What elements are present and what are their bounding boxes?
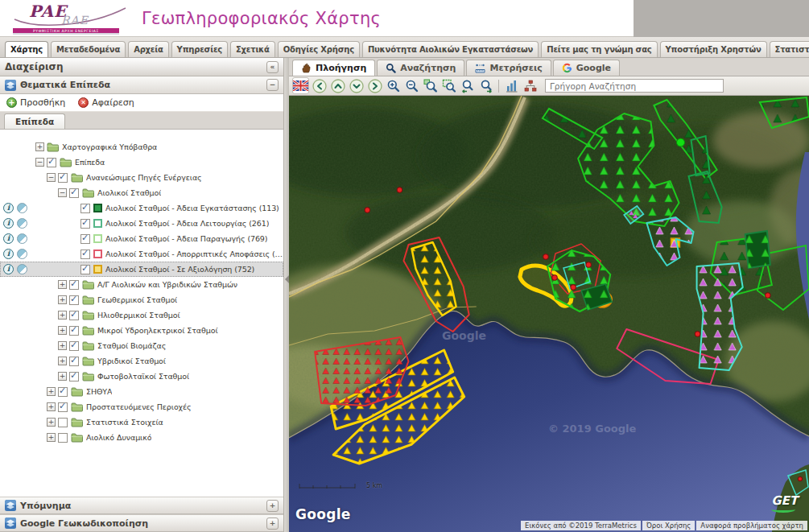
layer-transparency-icon[interactable]	[17, 218, 27, 229]
zoom-previous-icon[interactable]	[459, 77, 476, 94]
tree-row[interactable]: +Ηλιοθερμικοί Σταθμοί	[0, 307, 283, 323]
tree-expander[interactable]: +	[35, 142, 44, 151]
tree-row[interactable]: iΑιολικοί Σταθμοί - Άδεια Εγκατάστασης (…	[0, 200, 283, 216]
tree-expander[interactable]: +	[47, 387, 56, 396]
report-problem-link[interactable]: Αναφορά προβλήματος χάρτη	[696, 521, 807, 530]
tree-row[interactable]: +Γεωθερμικοί Σταθμοί	[0, 292, 283, 307]
satellite-map[interactable]	[289, 96, 809, 532]
pan-right-icon[interactable]	[366, 77, 383, 94]
nav-tab[interactable]: Υπηρεσίες	[171, 41, 228, 57]
layer-info-icon[interactable]: i	[3, 264, 14, 274]
full-extent-icon[interactable]	[440, 77, 457, 94]
layer-checkbox[interactable]	[80, 250, 90, 259]
layer-checkbox[interactable]	[69, 295, 79, 305]
nav-tab[interactable]: Στατιστικά Επισκεψιμότητας	[770, 41, 809, 57]
layer-checkbox[interactable]	[47, 158, 56, 167]
map-canvas[interactable]: 5 km Google © 2019 Google Google GET Εικ…	[289, 96, 809, 532]
transparency-icon[interactable]	[503, 77, 520, 94]
expand-panel-button[interactable]: +	[266, 518, 279, 530]
pan-left-icon[interactable]	[311, 77, 328, 94]
quick-search-input[interactable]	[545, 79, 724, 93]
layer-checkbox[interactable]	[69, 326, 79, 336]
tree-row[interactable]: +ΣΗΘΥΑ	[0, 384, 283, 399]
collapsed-panel[interactable]: Υπόμνημα+	[0, 497, 283, 514]
layer-transparency-icon[interactable]	[17, 249, 27, 259]
layer-checkbox[interactable]	[80, 234, 90, 244]
layer-checkbox[interactable]	[69, 188, 79, 198]
tree-expander[interactable]: +	[58, 326, 67, 335]
google-logo[interactable]: Google	[295, 506, 351, 522]
zoom-in-icon[interactable]	[385, 77, 402, 94]
layer-checkbox[interactable]	[69, 280, 79, 290]
nav-tab[interactable]: Χάρτης	[5, 41, 48, 57]
tab-layers[interactable]: Επίπεδα	[4, 113, 65, 129]
zoom-box-in-icon[interactable]	[422, 77, 439, 94]
remove-layer-button[interactable]: ✕ Αφαίρεση	[78, 97, 134, 108]
tree-row[interactable]: iΑιολικοί Σταθμοί - Σε Αξιολόγηση (752)	[0, 262, 283, 277]
sitemap-icon[interactable]	[522, 77, 539, 94]
tree-expander[interactable]: +	[47, 418, 56, 427]
tree-row[interactable]: +Μικροί Υδροηλεκτρικοί Σταθμοί	[0, 323, 283, 338]
language-flag-icon[interactable]	[292, 77, 309, 94]
collapsed-panel[interactable]: Google Γεωκωδικοποίηση+	[0, 514, 283, 532]
collapse-sidebar-button[interactable]: «	[266, 61, 279, 73]
layer-checkbox[interactable]	[69, 311, 79, 320]
nav-tab[interactable]: Αρχεία	[128, 41, 168, 57]
tree-expander[interactable]: +	[58, 341, 67, 350]
layer-checkbox[interactable]	[69, 357, 79, 366]
nav-tab[interactable]: Μεταδεδομένα	[51, 41, 126, 57]
tree-expander[interactable]: +	[58, 372, 67, 381]
nav-tab[interactable]: Σχετικά	[230, 41, 275, 57]
tree-row[interactable]: +Στατιστικά Στοιχεία	[0, 414, 283, 430]
tree-row[interactable]: iΑιολικοί Σταθμοί - Απορριπτικές Αποφάσε…	[0, 246, 283, 262]
tree-row[interactable]: iΑιολικοί Σταθμοί - Άδεια Παραγωγής (769…	[0, 231, 283, 246]
get-logo[interactable]: GET	[771, 493, 798, 513]
layer-transparency-icon[interactable]	[17, 203, 27, 213]
nav-tab[interactable]: Πείτε μας τη γνώμη σας	[541, 41, 657, 57]
tool-tab[interactable]: Αναζήτηση	[377, 60, 464, 76]
layer-info-icon[interactable]: i	[3, 203, 14, 213]
tree-row[interactable]: +Σταθμοί Βιομάζας	[0, 338, 283, 353]
tree-expander[interactable]: +	[58, 311, 67, 320]
pan-up-icon[interactable]	[329, 77, 346, 94]
layer-info-icon[interactable]: i	[3, 218, 14, 229]
collapse-panel-button[interactable]: −	[266, 79, 279, 91]
tree-row[interactable]: +Χαρτογραφικά Υπόβαθρα	[0, 139, 283, 155]
tree-row[interactable]: −Ανανεώσιμες Πηγές Ενέργειας	[0, 170, 283, 185]
nav-tab[interactable]: Οδηγίες Χρήσης	[278, 41, 360, 57]
layer-checkbox[interactable]	[80, 219, 90, 229]
add-layer-button[interactable]: + Προσθήκη	[6, 97, 65, 108]
tree-expander[interactable]: +	[58, 357, 67, 365]
layer-checkbox[interactable]	[58, 387, 68, 397]
layer-checkbox[interactable]	[69, 372, 79, 381]
panel-splitter[interactable]	[283, 58, 289, 532]
tree-row[interactable]: +Αιολικό Δυναμικό	[0, 430, 283, 445]
layer-checkbox[interactable]	[58, 173, 68, 183]
layer-checkbox[interactable]	[80, 265, 90, 274]
tool-tab[interactable]: Μετρήσεις	[466, 60, 551, 76]
layer-checkbox[interactable]	[58, 402, 68, 412]
layer-checkbox[interactable]	[58, 433, 68, 443]
layer-transparency-icon[interactable]	[17, 233, 27, 244]
layer-checkbox[interactable]	[58, 418, 68, 427]
zoom-next-icon[interactable]	[477, 77, 494, 94]
layer-info-icon[interactable]: i	[3, 233, 14, 244]
nav-tab[interactable]: Υποστήριξη Χρηστών	[660, 41, 767, 57]
tree-expander[interactable]: −	[58, 188, 67, 197]
layer-checkbox[interactable]	[80, 204, 90, 213]
zoom-out-icon[interactable]	[403, 77, 420, 94]
tree-row[interactable]: +Φωτοβολταϊκοί Σταθμοί	[0, 369, 283, 384]
layer-info-icon[interactable]: i	[3, 249, 14, 259]
tree-expander[interactable]: +	[58, 280, 67, 289]
tree-expander[interactable]: +	[47, 433, 56, 442]
nav-tab[interactable]: Πυκνότητα Αιολικών Εγκαταστάσεων	[362, 41, 539, 57]
layer-transparency-icon[interactable]	[17, 264, 27, 274]
tree-row[interactable]: +Α/Γ Αιολικών και Υβριδικών Σταθμών	[0, 277, 283, 292]
layer-checkbox[interactable]	[69, 341, 79, 351]
tree-row[interactable]: +Προστατευόμενες Περιοχές	[0, 399, 283, 414]
tree-row[interactable]: +Υβριδικοί Σταθμοί	[0, 353, 283, 369]
tree-expander[interactable]: +	[47, 402, 56, 411]
tree-expander[interactable]: +	[58, 295, 67, 304]
tree-expander[interactable]: −	[35, 158, 44, 167]
tree-row[interactable]: −Επίπεδα	[0, 155, 283, 170]
